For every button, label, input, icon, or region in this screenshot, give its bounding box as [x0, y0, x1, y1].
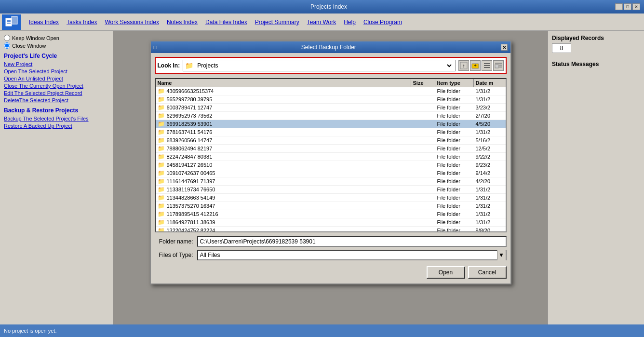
folder-icon: 📁: [158, 211, 165, 217]
file-row[interactable]: 📁 4305966632515374 File folder 1/31/2: [156, 87, 506, 95]
file-row[interactable]: 📁 6296952973 73562 File folder 2/7/20: [156, 112, 506, 120]
files-type-dropdown-arrow[interactable]: ▼: [497, 250, 506, 260]
file-cell-size: [411, 107, 435, 108]
status-messages-title: Status Messages: [552, 61, 640, 67]
window-mode-group: Keep Window Open Close Window: [4, 35, 109, 49]
file-row[interactable]: 📁 9458194127 26510 File folder 9/23/2: [156, 161, 506, 169]
sidebar-edit-project[interactable]: Edit The Selected Project Record: [4, 90, 109, 96]
file-cell-date: 5/16/2: [474, 137, 507, 144]
file-cell-name: 📁 6781637411 54176: [156, 128, 411, 136]
file-name: 8224724847 80381: [167, 154, 213, 160]
folder-name-input[interactable]: [197, 236, 507, 247]
app-logo: [2, 14, 21, 30]
sidebar-close-project[interactable]: Close The Currently Open Project: [4, 83, 109, 89]
backup-section-title: Backup & Restore Projects: [4, 107, 109, 114]
new-folder-button[interactable]: +: [470, 60, 481, 71]
file-row[interactable]: 📁 6003789471 12747 File folder 3/23/2: [156, 104, 506, 112]
menu-ideas-index[interactable]: Ideas Index: [25, 17, 63, 27]
file-cell-name: 📁 11344828663 54149: [156, 194, 411, 202]
col-type-header: Item type: [435, 79, 474, 87]
file-cell-size: [411, 197, 435, 198]
lifecycle-section-title: Project's Life Cycle: [4, 53, 109, 59]
file-row[interactable]: 📁 8224724847 80381 File folder 9/22/2: [156, 153, 506, 161]
file-list-container[interactable]: Name Size Item type Date m 📁 43059666325…: [155, 78, 507, 232]
file-cell-type: File folder: [435, 178, 474, 185]
file-name: 11864927811 38639: [167, 219, 215, 225]
file-cell-date: 1/31/2: [474, 88, 507, 94]
file-cell-size: [411, 205, 435, 206]
file-cell-type: File folder: [435, 112, 474, 119]
file-cell-date: 3/23/2: [474, 104, 507, 111]
file-cell-size: [411, 214, 435, 215]
right-panel: Displayed Records 8 Status Messages: [548, 31, 644, 324]
go-up-button[interactable]: ↑: [458, 60, 469, 71]
menu-data-files-index[interactable]: Data Files Index: [201, 17, 251, 27]
look-in-select[interactable]: Projects: [195, 62, 453, 69]
svg-text:↑: ↑: [462, 63, 465, 68]
file-cell-size: [411, 189, 435, 190]
folder-icon: 📁: [158, 227, 165, 232]
sidebar-delete-project[interactable]: DeleteThe Selected Project: [4, 97, 109, 103]
file-cell-name: 📁 6839260566 14747: [156, 136, 411, 144]
svg-rect-0: [6, 18, 12, 26]
file-cell-name: 📁 11864927811 38639: [156, 218, 411, 226]
file-row[interactable]: 📁 11789895415 412216 File folder 1/31/2: [156, 210, 506, 218]
file-cell-name: 📁 8224724847 80381: [156, 153, 411, 161]
file-name: 11338119734 76650: [167, 187, 215, 192]
sidebar-open-unlisted[interactable]: Open An Unlisted Project: [4, 76, 109, 81]
file-cell-date: 9/8/20: [474, 227, 507, 232]
dialog-close-button[interactable]: ✕: [501, 44, 508, 51]
details-view-button[interactable]: [493, 60, 504, 71]
list-view-button[interactable]: [482, 60, 492, 71]
file-cell-name: 📁 6003789471 12747: [156, 104, 411, 111]
title-bar: Projects Index ─ □ ✕: [0, 0, 644, 13]
main-area: Keep Window Open Close Window Project's …: [0, 31, 644, 324]
file-cell-size: [411, 91, 435, 92]
menu-notes-index[interactable]: Notes Index: [163, 17, 201, 27]
file-row[interactable]: 📁 11161447691 71397 File folder 4/2/20: [156, 177, 506, 186]
sidebar-backup-files[interactable]: Backup The Selected Project's Files: [4, 116, 109, 121]
sidebar-open-selected[interactable]: Open The Selected Project: [4, 68, 109, 74]
menu-work-sessions-index[interactable]: Work Sessions Index: [101, 17, 163, 27]
file-row[interactable]: 📁 10910742637 00465 File folder 9/14/2: [156, 169, 506, 177]
cancel-button[interactable]: Cancel: [468, 266, 507, 279]
file-name: 9458194127 26510: [167, 162, 213, 168]
sidebar-new-project[interactable]: New Project: [4, 61, 109, 67]
open-button[interactable]: Open: [427, 266, 465, 279]
keep-open-radio[interactable]: [4, 35, 10, 41]
file-cell-date: 1/31/2: [474, 129, 507, 135]
file-row[interactable]: 📁 13220424752 82224 File folder 9/8/20: [156, 227, 506, 232]
file-cell-size: [411, 156, 435, 157]
file-cell-date: 1/31/2: [474, 202, 507, 209]
menu-project-summary[interactable]: Project Summary: [251, 17, 303, 27]
file-row[interactable]: 📁 11338119734 76650 File folder 1/31/2: [156, 186, 506, 194]
minimize-button[interactable]: ─: [615, 3, 623, 10]
menu-close-program[interactable]: Close Program: [360, 17, 406, 27]
file-cell-date: 4/5/20: [474, 121, 507, 127]
folder-icon: 📁: [158, 88, 165, 94]
menu-bar: Ideas Index Tasks Index Work Sessions In…: [0, 13, 644, 31]
menu-team-work[interactable]: Team Work: [303, 17, 340, 27]
look-in-row: Look In: 📁 Projects ↑ +: [155, 57, 507, 74]
file-row[interactable]: 📁 6699182539 53901 File folder 4/5/20: [156, 120, 506, 128]
file-cell-type: File folder: [435, 145, 474, 152]
file-row[interactable]: 📁 6781637411 54176 File folder 1/31/2: [156, 128, 506, 136]
file-cell-size: [411, 115, 435, 116]
file-cell-size: [411, 181, 435, 182]
svg-rect-13: [495, 65, 498, 68]
file-row[interactable]: 📁 7888062494 82197 File folder 12/5/2: [156, 145, 506, 153]
file-row[interactable]: 📁 11864927811 38639 File folder 1/31/2: [156, 218, 506, 227]
menu-help[interactable]: Help: [340, 17, 360, 27]
file-row[interactable]: 📁 5652997280 39795 File folder 1/31/2: [156, 95, 506, 104]
file-row[interactable]: 📁 6839260566 14747 File folder 5/16/2: [156, 136, 506, 145]
file-row[interactable]: 📁 11344828663 54149 File folder 1/31/2: [156, 194, 506, 202]
file-cell-date: 1/31/2: [474, 211, 507, 217]
sidebar-restore-project[interactable]: Restore A Backed Up Project: [4, 123, 109, 129]
menu-tasks-index[interactable]: Tasks Index: [63, 17, 101, 27]
maximize-button[interactable]: □: [624, 3, 631, 10]
dialog-toolbar: ↑ +: [458, 60, 504, 71]
close-window-radio[interactable]: [4, 42, 10, 49]
window-controls: ─ □ ✕: [615, 3, 640, 10]
close-window-button[interactable]: ✕: [632, 3, 640, 10]
file-row[interactable]: 📁 11357375270 16347 File folder 1/31/2: [156, 202, 506, 210]
